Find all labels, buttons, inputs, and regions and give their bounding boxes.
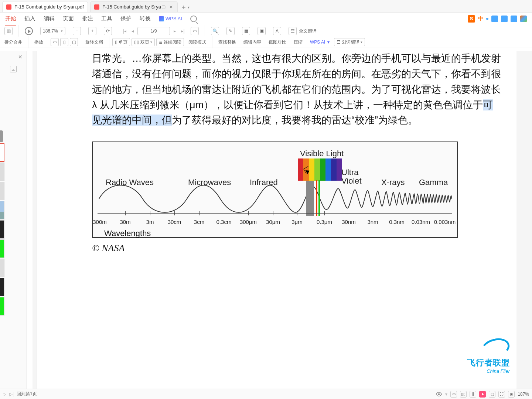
fullscreen-icon[interactable]: ⛶ — [498, 391, 505, 398]
play-icon[interactable] — [25, 27, 33, 35]
fit-page-icon[interactable]: ▯ — [60, 38, 68, 46]
ime-mic-icon[interactable] — [491, 16, 498, 22]
crop-compare-label[interactable]: 截图对比 — [269, 39, 286, 45]
page-thumb-7[interactable] — [0, 259, 4, 277]
axis-tick-label: 3m — [146, 218, 154, 226]
double-page-button[interactable]: ▯▯双页▾ — [132, 38, 155, 46]
rotate-icon[interactable]: ⟳ — [104, 27, 112, 35]
axis-tick — [445, 211, 445, 215]
word-translate-button[interactable]: ☲划词翻译▾ — [334, 38, 365, 46]
edit-content-label[interactable]: 编辑内容 — [243, 39, 261, 45]
continuous-read-button[interactable]: ≣连续阅读 — [156, 38, 184, 46]
full-translate-icon[interactable]: ☲ — [289, 27, 297, 35]
document-viewport[interactable]: 日常光。…你屏幕上的类型。当然，这也有很大的区别。你旁边的手机可以与最近的手机发… — [33, 51, 532, 389]
axis-tick — [373, 211, 373, 215]
next-page-icon[interactable]: ▸ — [171, 28, 178, 34]
ime-toolbox-icon[interactable] — [520, 16, 527, 22]
axis-tick — [349, 211, 349, 215]
axis-tick-label: 300m — [93, 218, 107, 226]
axis-tick — [297, 211, 297, 215]
status-play-icon[interactable] — [479, 391, 486, 398]
page-thumb-9[interactable] — [0, 297, 4, 316]
fit-icon[interactable]: ▣ — [508, 391, 515, 398]
page-thumb-2[interactable] — [0, 163, 4, 181]
play-label[interactable]: 播放 — [34, 39, 43, 45]
compress-label[interactable]: 压缩 — [294, 39, 303, 45]
page-thumb-6[interactable] — [0, 239, 4, 258]
wps-ai-menu[interactable]: WPS AI — [159, 16, 182, 21]
crop-compare-icon[interactable]: ▦ — [242, 27, 250, 35]
layout-book-icon[interactable]: ▯▯ — [460, 391, 467, 398]
read-mode-top-icon[interactable]: ▭ — [191, 27, 199, 35]
green-marker-line — [318, 180, 320, 216]
panel-drag-handle[interactable] — [0, 130, 3, 142]
page-number-field[interactable]: 1/9 — [137, 27, 170, 35]
axis-tick-label: 0.003nm — [434, 218, 456, 226]
page-thumb-5[interactable] — [0, 220, 4, 239]
view-mode-eye-icon[interactable] — [436, 391, 442, 398]
menu-tools[interactable]: 工具 — [101, 15, 112, 22]
wps-ai-icon — [159, 16, 164, 21]
read-mode-label[interactable]: 阅读模式 — [188, 39, 206, 45]
single-page-button[interactable]: ▯单页 — [112, 38, 130, 46]
page-thumb-8[interactable] — [0, 278, 4, 296]
prev-page-icon[interactable]: ◂ — [129, 28, 136, 34]
axis-tick-label: 0.03nm — [412, 218, 430, 226]
tab-bar: F-15 Combat guide by Sryan.pdf F-15 Comb… — [0, 0, 532, 13]
status-zoom-value[interactable]: 187% — [518, 392, 529, 397]
back-to-first-page[interactable]: 回到第1页 — [17, 391, 37, 397]
wave-diagram — [98, 184, 453, 213]
document-tab-2[interactable]: F-15 Combat guide by Srya ▢ ✕ — [90, 1, 178, 12]
zoom-in-icon[interactable]: ＋ — [88, 27, 96, 35]
ime-language[interactable]: 中 — [478, 16, 483, 22]
image-panel-icon[interactable] — [10, 66, 17, 72]
wps-ai-tool-button[interactable]: WPS AI▾ — [307, 40, 332, 45]
layout-single-icon[interactable]: ▭ — [450, 391, 457, 398]
ime-logo-icon[interactable]: S — [468, 15, 475, 23]
ime-skin-icon[interactable] — [511, 16, 517, 22]
compress-icon[interactable]: ▣ — [258, 27, 266, 35]
first-page-icon[interactable]: |◂ — [121, 28, 128, 34]
status-next-icon[interactable]: ▷ — [3, 392, 6, 397]
body-paragraph: 日常光。…你屏幕上的类型。当然，这也有很大的区别。你旁边的手机可以与最近的手机发… — [92, 51, 502, 128]
page-thumb-3[interactable] — [0, 182, 4, 200]
layout-double-icon[interactable]: || — [470, 391, 476, 398]
close-panel-icon[interactable]: ✕ — [18, 54, 23, 60]
restore-tab-icon[interactable]: ▢ — [161, 4, 166, 10]
page-thumb-4[interactable] — [0, 201, 4, 219]
menu-insert[interactable]: 插入 — [24, 15, 35, 22]
ime-keyboard-icon[interactable] — [501, 16, 508, 22]
status-last-icon[interactable]: ▷| — [9, 392, 14, 397]
wps-ai-tool-icon[interactable]: A — [273, 27, 281, 35]
find-replace-label[interactable]: 查找替换 — [218, 39, 236, 45]
menu-page[interactable]: 页面 — [63, 15, 74, 22]
zoom-out-icon[interactable]: － — [73, 27, 81, 35]
axis-tick-label: 30μm — [266, 218, 280, 226]
document-tab-1[interactable]: F-15 Combat guide by Sryan.pdf — [2, 1, 88, 12]
menu-search-icon[interactable] — [190, 16, 197, 22]
actual-size-icon[interactable]: ▢ — [70, 38, 78, 46]
edit-content-icon[interactable]: ✎ — [226, 27, 235, 35]
last-page-icon[interactable]: ▸| — [180, 28, 186, 34]
axis-tick-label: 30cm — [168, 218, 181, 226]
menu-annotate[interactable]: 批注 — [82, 15, 93, 22]
rotate-label[interactable]: 旋转文档 — [85, 39, 103, 45]
axis-tick — [150, 211, 150, 215]
zoom-combo[interactable]: 186.7%▾ — [40, 27, 65, 35]
grey-marker-bar — [306, 181, 314, 216]
page-thumb-1[interactable] — [0, 143, 4, 162]
split-merge-label[interactable]: 拆分合并 — [4, 39, 22, 45]
menu-protect[interactable]: 保护 — [120, 15, 132, 22]
menu-edit[interactable]: 编辑 — [44, 15, 55, 22]
axis-tick — [273, 211, 273, 215]
tab-title: F-15 Combat guide by Sryan.pdf — [14, 4, 84, 10]
status-page-icon[interactable]: ▢ — [489, 391, 495, 398]
new-tab-button[interactable]: ＋▾ — [180, 2, 190, 12]
close-tab-icon[interactable]: ✕ — [168, 4, 174, 10]
find-icon[interactable]: 🔍 — [211, 27, 219, 35]
menu-convert[interactable]: 转换 — [140, 15, 151, 22]
fit-width-icon[interactable]: ▭ — [51, 38, 59, 46]
axis-tick — [174, 211, 175, 215]
split-merge-icon[interactable]: ▥ — [4, 27, 13, 35]
menu-start[interactable]: 开始 — [5, 15, 16, 22]
